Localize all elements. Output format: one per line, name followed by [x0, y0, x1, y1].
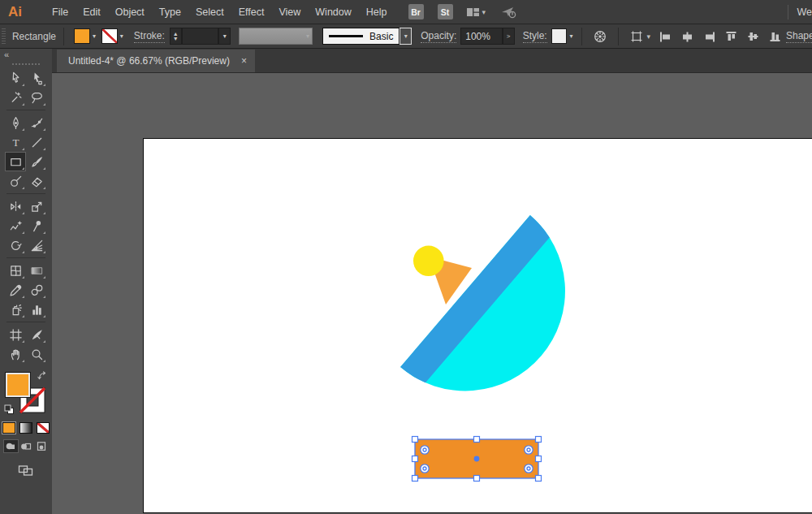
share-sync-icon[interactable]	[500, 5, 518, 19]
vertical-align-top-button[interactable]	[724, 30, 738, 43]
direct-selection-tool[interactable]	[26, 68, 47, 88]
rotate-view-tool[interactable]	[5, 235, 26, 255]
hand-tool[interactable]	[5, 344, 26, 364]
draw-normal-button[interactable]	[3, 439, 19, 453]
illustrator-logo: Ai	[8, 4, 22, 20]
stock-button[interactable]: St	[438, 4, 453, 19]
bridge-button[interactable]: Br	[408, 4, 424, 19]
selection-center-point[interactable]	[474, 456, 480, 462]
artboard-tool[interactable]	[5, 325, 26, 344]
selection-handle[interactable]	[412, 437, 418, 443]
selection-handle[interactable]	[474, 476, 480, 482]
fill-color-swatch[interactable]	[74, 28, 90, 44]
horizontal-align-right-button[interactable]	[702, 30, 716, 43]
stroke-color-swatch[interactable]	[102, 28, 118, 44]
selection-handle[interactable]	[536, 456, 542, 462]
draw-inside-button[interactable]	[34, 439, 50, 453]
close-tab-icon[interactable]: ×	[241, 55, 247, 67]
symbol-sprayer-tool[interactable]	[5, 300, 26, 319]
change-screen-mode-button[interactable]	[17, 463, 35, 481]
swap-fill-stroke-icon[interactable]	[37, 370, 49, 382]
chevron-down-icon[interactable]: ▾	[567, 32, 575, 40]
opacity-label[interactable]: Opacity:	[421, 30, 456, 43]
scale-tool[interactable]	[26, 197, 47, 216]
color-button[interactable]	[2, 422, 15, 434]
shaper-tool[interactable]	[5, 216, 26, 235]
menu-item-object[interactable]: Object	[108, 6, 152, 18]
line-segment-tool[interactable]	[26, 132, 47, 152]
align-to-artboard-dropdown[interactable]: ▾	[629, 29, 650, 44]
selection-handle[interactable]	[412, 456, 418, 462]
opacity-input[interactable]: 100%	[460, 28, 503, 45]
type-tool[interactable]: T	[5, 132, 26, 152]
slice-tool[interactable]	[26, 325, 47, 344]
panel-drag-handle[interactable]	[12, 63, 40, 65]
opacity-more-button[interactable]: >	[503, 28, 515, 45]
style-label[interactable]: Style:	[523, 30, 547, 43]
rectangle-tool[interactable]	[5, 152, 26, 171]
feed-circle-shape[interactable]	[413, 246, 444, 277]
perspective-grid-tool[interactable]	[26, 235, 47, 255]
chevron-down-icon[interactable]: ▾	[90, 32, 98, 40]
brush-stroke-preview	[329, 35, 363, 37]
reflect-tool[interactable]	[5, 197, 26, 216]
mesh-tool[interactable]	[5, 261, 26, 280]
fill-color-indicator[interactable]	[5, 372, 31, 398]
lasso-tool[interactable]	[26, 88, 47, 107]
menu-item-type[interactable]: Type	[152, 6, 188, 18]
vertical-align-center-button[interactable]	[746, 30, 760, 43]
menu-item-edit[interactable]: Edit	[76, 6, 108, 18]
brush-dropdown-chevron[interactable]: ▾	[400, 28, 412, 45]
corner-widget[interactable]	[525, 464, 533, 473]
puppet-warp-tool[interactable]	[26, 216, 47, 235]
gradient-tool[interactable]	[26, 261, 47, 280]
brush-definition-dropdown[interactable]: Basic	[322, 28, 400, 45]
selection-handle[interactable]	[412, 476, 418, 482]
workspace-switcher-button[interactable]: ▾	[466, 5, 486, 19]
selection-handle[interactable]	[536, 476, 542, 482]
shape-label[interactable]: Shape:	[786, 30, 812, 43]
menu-item-effect[interactable]: Effect	[231, 6, 272, 18]
blend-tool[interactable]	[26, 280, 47, 300]
eyedropper-tool[interactable]	[5, 280, 26, 300]
selection-tool[interactable]	[5, 68, 26, 88]
horizontal-align-left-button[interactable]	[659, 30, 672, 43]
document-tab[interactable]: Untitled-4* @ 66.67% (RGB/Preview) ×	[57, 50, 255, 72]
corner-widget[interactable]	[421, 464, 429, 473]
graphic-style-swatch[interactable]	[551, 28, 568, 44]
pen-tool[interactable]	[5, 113, 26, 132]
gradient-button[interactable]	[19, 422, 32, 434]
corner-widget[interactable]	[525, 446, 533, 454]
menu-item-help[interactable]: Help	[359, 6, 395, 18]
eraser-tool[interactable]	[26, 171, 47, 191]
horizontal-align-center-button[interactable]	[680, 30, 694, 43]
none-button[interactable]	[37, 422, 50, 434]
zoom-tool[interactable]	[26, 344, 47, 364]
magic-wand-tool[interactable]	[5, 88, 26, 107]
default-fill-stroke-icon[interactable]	[3, 404, 15, 416]
panel-grip[interactable]	[2, 28, 6, 45]
vertical-align-bottom-button[interactable]	[768, 30, 782, 43]
stroke-weight-label[interactable]: Stroke:	[134, 30, 165, 43]
draw-behind-button[interactable]	[19, 439, 34, 453]
menu-item-file[interactable]: File	[45, 6, 76, 18]
chevron-down-icon[interactable]: ▾	[118, 32, 126, 40]
stroke-weight-dropdown[interactable]: ▾	[218, 28, 231, 45]
menu-item-window[interactable]: Window	[308, 6, 358, 18]
column-graph-tool[interactable]	[26, 300, 47, 319]
selection-handle[interactable]	[474, 437, 480, 443]
paintbrush-tool[interactable]	[26, 152, 47, 171]
recolor-artwork-button[interactable]	[593, 29, 607, 44]
drawing-mode-buttons	[3, 439, 50, 453]
collapse-panel-button[interactable]: «	[0, 49, 52, 62]
selection-handle[interactable]	[536, 437, 542, 443]
menu-item-select[interactable]: Select	[188, 6, 231, 18]
workspace-name-cut[interactable]: We	[788, 5, 812, 19]
curvature-tool[interactable]	[26, 113, 47, 132]
stroke-weight-input[interactable]	[182, 28, 219, 45]
pencil-tool[interactable]	[5, 171, 26, 191]
menu-item-view[interactable]: View	[271, 6, 308, 18]
canvas[interactable]	[52, 73, 812, 514]
corner-widget[interactable]	[421, 446, 429, 454]
stroke-weight-stepper[interactable]: ▲▼	[170, 28, 182, 45]
